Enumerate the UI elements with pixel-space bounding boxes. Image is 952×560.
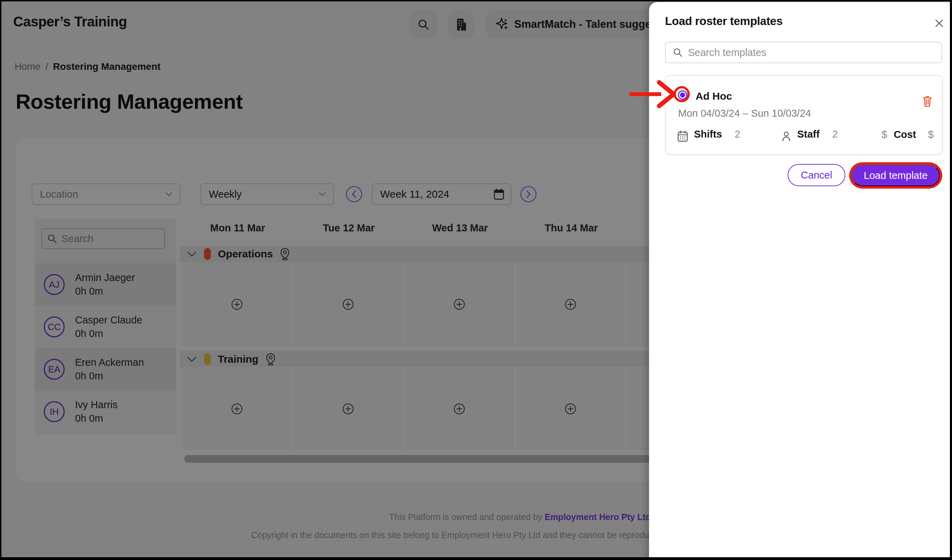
template-date-range: Mon 04/03/24 – Sun 10/03/24 [678, 108, 811, 119]
shifts-stat: Shifts 2 [677, 128, 740, 142]
load-roster-templates-drawer: Load roster templates Ad Hoc Mon 04/03/2… [649, 2, 952, 560]
template-radio-selected[interactable] [678, 90, 687, 100]
template-search-input[interactable] [688, 47, 910, 59]
shifts-value: 2 [734, 128, 740, 140]
close-button[interactable] [933, 17, 945, 29]
trash-icon [922, 95, 932, 107]
template-name: Ad Hoc [695, 90, 732, 102]
close-icon [935, 19, 944, 28]
calendar-icon [677, 130, 688, 142]
radio-dot [680, 93, 685, 98]
cost-stat: $ Cost $ [881, 128, 933, 140]
delete-template-button[interactable] [922, 95, 932, 108]
person-icon [781, 131, 791, 142]
load-template-button[interactable]: Load template [852, 165, 940, 186]
template-search-field[interactable] [665, 42, 942, 63]
template-card-ad-hoc[interactable]: Ad Hoc Mon 04/03/24 – Sun 10/03/24 Shift… [665, 75, 943, 155]
cancel-button[interactable]: Cancel [788, 164, 845, 186]
staff-stat: Staff 2 [781, 128, 838, 142]
dollar-icon: $ [881, 128, 887, 140]
staff-value: 2 [832, 128, 838, 140]
cost-label: Cost [893, 129, 916, 140]
drawer-title: Load roster templates [665, 15, 782, 28]
shifts-label: Shifts [694, 128, 722, 140]
cost-value: $ [928, 129, 933, 140]
search-icon [673, 47, 683, 58]
staff-label: Staff [797, 128, 819, 140]
